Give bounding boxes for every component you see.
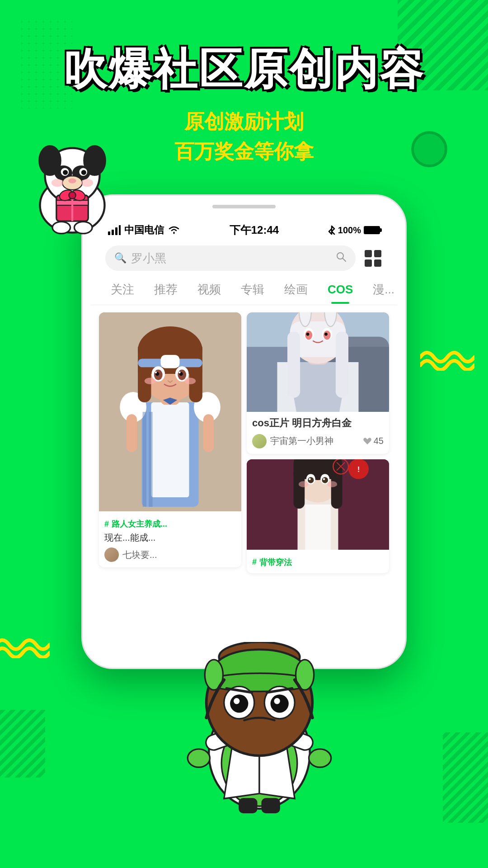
mascot-bottom [183, 642, 336, 814]
bg-stripes-bottomright [443, 732, 488, 823]
phone-screen: 中国电信 下午12:44 100% [92, 216, 396, 659]
avatar-arknights [252, 434, 267, 448]
svg-point-20 [52, 222, 70, 233]
avatar-maid [104, 547, 119, 562]
battery-percentage: 100% [338, 225, 361, 236]
search-row: 🔍 罗小黑 [92, 242, 396, 276]
svg-rect-115 [239, 798, 257, 812]
tabs-row: 关注 推荐 视频 专辑 绘画 COS 漫... [92, 276, 396, 305]
wifi-icon [168, 225, 180, 235]
bg-stripes-bottomleft [0, 710, 45, 778]
svg-point-50 [178, 372, 180, 373]
tag-hash-bottom: # [252, 557, 257, 567]
main-title: 吹爆社区原创内容 [0, 45, 488, 93]
card-maid-cosplay[interactable]: # 路人女主养成... 现在...能成... 七块要... [99, 312, 241, 567]
search-icon: 🔍 [114, 252, 127, 264]
tab-album[interactable]: 专辑 [231, 276, 274, 305]
svg-rect-65 [287, 332, 300, 398]
card-title-arknights: cos正片 明日方舟白金 [252, 416, 384, 430]
wave-decoration-right [420, 344, 474, 373]
card-meta-maid: 七块要... [104, 547, 236, 562]
tag-label: 路人女主养成... [112, 519, 167, 529]
svg-point-12 [52, 179, 63, 187]
svg-point-21 [74, 222, 92, 233]
status-right: 100% [328, 225, 380, 236]
svg-point-89 [323, 478, 325, 480]
tag-hash: # [104, 519, 109, 529]
svg-point-110 [271, 694, 289, 712]
bluetooth-icon [328, 225, 335, 235]
carrier-name: 中国电信 [124, 223, 164, 237]
svg-point-9 [81, 170, 86, 175]
svg-text:!: ! [357, 466, 360, 473]
card-bottom-right[interactable]: ! # 背带穿法 [247, 459, 389, 573]
svg-rect-116 [262, 798, 280, 812]
tab-recommend[interactable]: 推荐 [144, 276, 188, 305]
svg-rect-54 [149, 412, 152, 507]
like-count-arknights: 45 [363, 436, 384, 446]
svg-point-111 [234, 698, 239, 704]
svg-point-11 [68, 179, 76, 184]
svg-rect-92 [305, 505, 330, 550]
mascot-top [23, 136, 122, 235]
svg-line-27 [343, 258, 346, 261]
wave-decoration-left [0, 631, 50, 660]
search-clear-icon [336, 251, 347, 265]
tag-label-bottom: 背带穿法 [259, 557, 292, 568]
svg-point-101 [188, 749, 210, 767]
tab-drawing[interactable]: 绘画 [274, 276, 318, 305]
svg-rect-81 [294, 468, 305, 509]
content-grid: # 路人女主养成... 现在...能成... 七块要... [92, 305, 396, 573]
svg-point-87 [322, 477, 328, 483]
svg-point-51 [145, 377, 156, 384]
username-arknights: 宇宙第一小男神 [270, 435, 359, 447]
status-time: 下午12:44 [230, 223, 279, 237]
svg-rect-66 [336, 332, 348, 398]
svg-rect-42 [161, 355, 180, 368]
svg-point-91 [327, 481, 338, 487]
card-image-maid [99, 312, 241, 511]
svg-point-49 [155, 372, 157, 373]
card-info-maid: # 路人女主养成... 现在...能成... 七块要... [99, 511, 241, 567]
card-tag-bottom: # 背带穿法 [252, 557, 384, 568]
svg-point-74 [324, 333, 328, 336]
card-meta-arknights: 宇宙第一小男神 45 [252, 434, 384, 448]
card-image-arknights [247, 312, 389, 412]
card-info-bottom: # 背带穿法 [247, 550, 389, 573]
card-arknights[interactable]: cos正片 明日方舟白金 宇宙第一小男神 45 [247, 312, 389, 454]
card-info-arknights: cos正片 明日方舟白金 宇宙第一小男神 45 [247, 412, 389, 454]
phone-mockup: 中国电信 下午12:44 100% [81, 194, 407, 669]
tab-video[interactable]: 视频 [188, 276, 231, 305]
tab-more[interactable]: 漫... [363, 276, 396, 305]
phone-outer: 中国电信 下午12:44 100% [81, 194, 407, 669]
svg-rect-30 [151, 402, 189, 497]
svg-point-8 [63, 170, 68, 175]
search-placeholder: 罗小黑 [131, 250, 166, 266]
svg-point-112 [274, 698, 280, 704]
tab-cos[interactable]: COS [318, 277, 363, 304]
svg-point-86 [308, 477, 314, 483]
content-col-left: # 路人女主养成... 现在...能成... 七块要... [99, 312, 241, 573]
svg-point-19 [69, 192, 75, 198]
svg-rect-53 [143, 412, 146, 507]
battery-icon [364, 226, 380, 234]
username-maid: 七块要... [122, 549, 236, 561]
card-tag: # 路人女主养成... [104, 519, 236, 529]
search-box[interactable]: 🔍 罗小黑 [105, 245, 356, 271]
like-icon [363, 437, 372, 445]
svg-point-88 [309, 478, 311, 480]
tab-follow[interactable]: 关注 [101, 276, 144, 305]
svg-point-90 [299, 481, 309, 487]
svg-point-13 [81, 179, 93, 187]
grid-menu-icon[interactable] [363, 248, 383, 268]
svg-point-102 [309, 749, 331, 767]
status-bar: 中国电信 下午12:44 100% [92, 216, 396, 242]
card-desc: 现在...能成... [104, 531, 236, 544]
svg-point-73 [306, 333, 310, 336]
svg-point-109 [230, 694, 248, 712]
phone-notch [212, 205, 276, 208]
content-col-right: cos正片 明日方舟白金 宇宙第一小男神 45 [247, 312, 389, 573]
card-image-bottom: ! [247, 459, 389, 550]
svg-point-52 [184, 377, 196, 384]
svg-rect-33 [127, 414, 137, 452]
